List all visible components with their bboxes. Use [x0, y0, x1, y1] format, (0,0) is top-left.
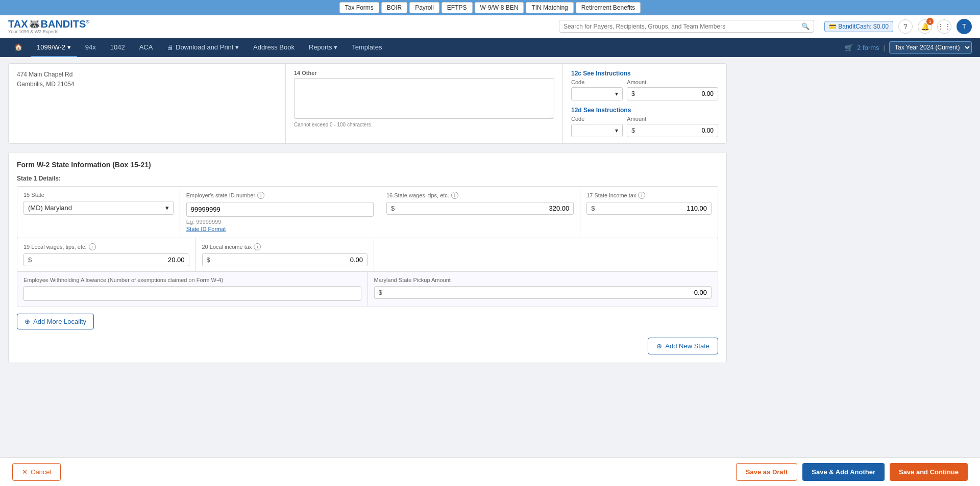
search-bar[interactable]: 🔍	[559, 20, 814, 33]
box19-input[interactable]	[34, 256, 184, 264]
top-nav-boir[interactable]: BOIR	[381, 2, 407, 13]
sub-nav-1042[interactable]: 1042	[104, 38, 131, 57]
payer-address-line1: 474 Main Chapel Rd	[17, 70, 277, 80]
sub-nav-templates[interactable]: Templates	[346, 38, 388, 57]
add-new-state-row: ⊕ Add New State	[17, 338, 718, 354]
bandit-cash-amount: BanditCash: $0.00	[838, 23, 889, 30]
add-new-state-label: Add New State	[665, 342, 709, 350]
cart-link[interactable]: 2 forms	[857, 44, 879, 52]
add-locality-label: Add More Locality	[33, 318, 86, 325]
box19-dollar-icon: $	[28, 256, 32, 264]
payer-address-line2: Gambrills, MD 21054	[17, 80, 277, 89]
box12c-link[interactable]: 12c See Instructions	[571, 70, 718, 77]
state-id-format-link[interactable]: State ID Format	[186, 226, 226, 232]
sub-nav-download[interactable]: 🖨 Download and Print ▾	[161, 38, 245, 57]
box12c-amount-input[interactable]	[637, 90, 714, 97]
box21-empty-cell	[374, 238, 718, 271]
box16-input[interactable]	[397, 204, 569, 212]
state-select[interactable]: (MD) Maryland ▾	[23, 201, 174, 215]
avatar[interactable]: T	[957, 19, 972, 34]
box12d-code-select[interactable]: ▾	[571, 124, 623, 137]
payer-section: 474 Main Chapel Rd Gambrills, MD 21054 1…	[8, 63, 727, 144]
box15-cell: 15 State (MD) Maryland ▾	[17, 187, 180, 238]
search-icon: 🔍	[801, 22, 810, 30]
payer-address-section: 474 Main Chapel Rd Gambrills, MD 21054	[9, 64, 286, 143]
grid-menu-button[interactable]: ⋮⋮	[937, 19, 951, 34]
state-information-section: Form W-2 State Information (Box 15-21) S…	[8, 152, 727, 363]
help-button[interactable]: ?	[898, 19, 913, 34]
main-content: 474 Main Chapel Rd Gambrills, MD 21054 1…	[0, 63, 735, 404]
box20-dollar-icon: $	[207, 256, 210, 264]
add-more-locality-button[interactable]: ⊕ Add More Locality	[17, 314, 94, 329]
box16-input-wrap: $	[386, 202, 574, 215]
box12d-amount-label: Amount	[627, 116, 718, 122]
box12d-fields: Code ▾ Amount $	[571, 116, 718, 137]
state-chevron-icon: ▾	[165, 204, 169, 212]
maryland-pickup-input[interactable]	[384, 289, 707, 296]
box17-dollar-icon: $	[591, 204, 595, 212]
maryland-pickup-label: Maryland State Pickup Amount	[374, 277, 712, 283]
box15-label: 15 State	[23, 192, 174, 198]
box14-label: 14 Other	[294, 70, 554, 76]
employee-withholding-label: Employee Withholding Allowance (Number o…	[23, 277, 361, 283]
logo-text: TAX🦝BANDITS®	[8, 18, 89, 30]
box12d-link[interactable]: 12d See Instructions	[571, 107, 718, 114]
top-nav-tax-forms[interactable]: Tax Forms	[339, 2, 379, 13]
box12c-amount-field: $	[627, 87, 718, 100]
tax-year-select[interactable]: Tax Year 2024 (Current)	[889, 41, 972, 54]
box20-cell: 20 Local income tax i $	[196, 238, 375, 271]
state1-label: State 1 Details:	[17, 175, 718, 182]
wallet-icon: 💳	[829, 23, 837, 30]
box16-info-icon[interactable]: i	[451, 192, 458, 199]
box16-label: 16 State wages, tips, etc. i	[386, 192, 574, 199]
maryland-pickup-cell: Maryland State Pickup Amount $	[368, 272, 718, 306]
locality-row: 19 Local wages, tips, etc. i $ 20 Local …	[17, 238, 718, 272]
box16-cell: 16 State wages, tips, etc. i $	[380, 187, 580, 238]
sub-nav-reports[interactable]: Reports ▾	[303, 38, 344, 57]
notifications-button[interactable]: 🔔 1	[918, 19, 932, 34]
box12d-amount-input[interactable]	[637, 127, 714, 134]
extra-fields-row: Employee Withholding Allowance (Number o…	[17, 272, 718, 306]
sub-nav-aca[interactable]: ACA	[133, 38, 159, 57]
box19-cell: 19 Local wages, tips, etc. i $	[17, 238, 196, 271]
top-navigation: Tax Forms BOIR Payroll EFTPS W-9/W-8 BEN…	[0, 0, 980, 15]
add-new-state-button[interactable]: ⊕ Add New State	[648, 338, 718, 354]
employer-state-id-label: Employer's state ID number i	[186, 192, 374, 199]
box17-info-icon[interactable]: i	[638, 192, 645, 199]
header-icons: 💳 BanditCash: $0.00 ? 🔔 1 ⋮⋮ T	[824, 19, 972, 34]
box12d-chevron-icon: ▾	[615, 127, 618, 134]
sub-nav-94x[interactable]: 94x	[79, 38, 102, 57]
top-nav-retirement[interactable]: Retirement Benefits	[576, 2, 641, 13]
top-nav-w9[interactable]: W-9/W-8 BEN	[475, 2, 524, 13]
sub-nav-right: 🛒 2 forms | Tax Year 2024 (Current)	[845, 41, 972, 54]
box17-input[interactable]	[597, 204, 707, 212]
top-nav-tin[interactable]: TIN Matching	[526, 2, 573, 13]
box20-label: 20 Local income tax i	[202, 243, 368, 250]
box12-section: 12c See Instructions Code ▾ Amount $	[563, 64, 726, 143]
box20-info-icon[interactable]: i	[254, 243, 261, 250]
box19-label: 19 Local wages, tips, etc. i	[23, 243, 189, 250]
logo-sub: Your 1099 & W2 Experts	[8, 30, 89, 35]
header: TAX🦝BANDITS® Your 1099 & W2 Experts 🔍 💳 …	[0, 15, 980, 38]
sub-nav-address[interactable]: Address Book	[247, 38, 301, 57]
sub-nav-home[interactable]: 🏠	[8, 38, 29, 57]
top-nav-payroll[interactable]: Payroll	[409, 2, 439, 13]
bandit-cash-button[interactable]: 💳 BanditCash: $0.00	[824, 21, 893, 32]
employee-withholding-input[interactable]	[23, 286, 361, 301]
employer-state-id-input[interactable]	[186, 202, 374, 217]
box12c-code-select[interactable]: ▾	[571, 87, 623, 100]
top-nav-eftps[interactable]: EFTPS	[442, 2, 473, 13]
sub-nav-1099w2[interactable]: 1099/W-2 ▾	[31, 38, 77, 57]
employee-withholding-cell: Employee Withholding Allowance (Number o…	[17, 272, 368, 306]
employer-state-id-info-icon[interactable]: i	[257, 192, 264, 199]
box20-input-wrap: $	[202, 253, 368, 266]
box16-dollar-icon: $	[391, 204, 395, 212]
search-input[interactable]	[564, 23, 801, 30]
box12c-chevron-icon: ▾	[615, 90, 618, 97]
box12d-code-label: Code	[571, 116, 623, 122]
box14-textarea[interactable]	[294, 78, 554, 119]
box14-section: 14 Other Cannot exceed 0 - 100 character…	[286, 64, 563, 143]
box19-info-icon[interactable]: i	[89, 243, 96, 250]
maryland-pickup-dollar-icon: $	[379, 289, 382, 296]
box20-input[interactable]	[212, 256, 363, 264]
